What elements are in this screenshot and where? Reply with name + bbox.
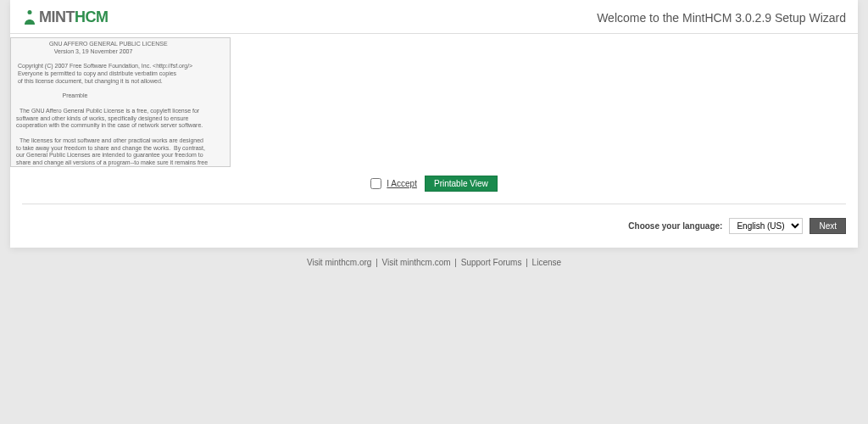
language-label: Choose your language: [628, 221, 722, 231]
header: MINTHCM Welcome to the MintHCM 3.0.2.9 S… [10, 0, 858, 34]
svg-point-0 [28, 10, 32, 14]
link-minthcm-org[interactable]: Visit minthcm.org [307, 258, 372, 267]
link-minthcm-com[interactable]: Visit minthcm.com [382, 258, 451, 267]
installer-panel: MINTHCM Welcome to the MintHCM 3.0.2.9 S… [10, 0, 858, 248]
bottom-links: Visit minthcm.org | Visit minthcm.com | … [0, 248, 868, 277]
logo-icon [22, 9, 37, 26]
accept-label[interactable]: I Accept [387, 179, 417, 188]
license-textarea[interactable] [10, 37, 231, 167]
content: I Accept Printable View Choose your lang… [10, 34, 858, 248]
accept-checkbox[interactable] [370, 178, 381, 189]
logo-text-mint: MINT [39, 8, 75, 26]
separator: | [526, 258, 528, 267]
logo-text-hcm: HCM [75, 8, 108, 26]
link-license[interactable]: License [532, 258, 561, 267]
logo: MINTHCM [22, 8, 108, 26]
separator: | [454, 258, 457, 267]
printable-view-button[interactable]: Printable View [425, 176, 498, 192]
footer-row: Choose your language: English (US) Next [10, 204, 858, 248]
separator: | [376, 258, 378, 267]
link-support-forums[interactable]: Support Forums [461, 258, 522, 267]
accept-row: I Accept Printable View [10, 169, 858, 204]
page-title: Welcome to the MintHCM 3.0.2.9 Setup Wiz… [597, 11, 846, 25]
language-select[interactable]: English (US) [729, 218, 803, 234]
next-button[interactable]: Next [810, 218, 846, 234]
